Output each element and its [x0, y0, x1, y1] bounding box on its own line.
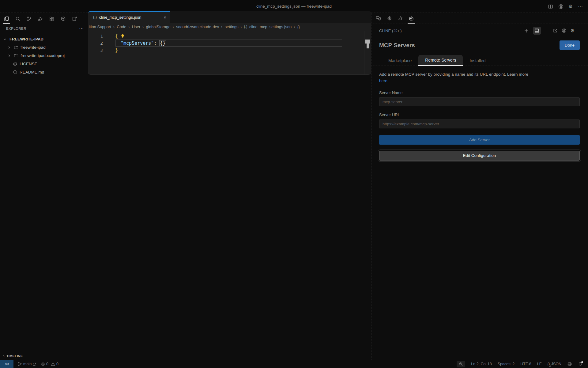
- claude-starburst-icon[interactable]: [386, 14, 393, 23]
- error-count: 0: [46, 362, 48, 366]
- new-task-plus-icon[interactable]: [524, 28, 529, 33]
- explorer-header: EXPLORER: [6, 27, 26, 30]
- comments-icon[interactable]: [375, 14, 382, 23]
- breadcrumb-segment[interactable]: cline_mcp_settings.json: [249, 25, 292, 29]
- explorer-sidebar: EXPLORER ⋯ FREEWRITE-IPAD freewrite-ipad…: [0, 25, 88, 360]
- code-area[interactable]: 1 { 2 "mcpServers" : {} 3 }: [88, 32, 371, 54]
- source-control-icon[interactable]: [25, 14, 33, 23]
- tab-cline-mcp-settings[interactable]: {..} cline_mcp_settings.json ×: [88, 11, 170, 23]
- remote-server-description: Add a remote MCP server by providing a n…: [379, 72, 528, 77]
- editor-pane: {..} cline_mcp_settings.json × ition Sup…: [88, 11, 371, 75]
- cline-panel-title: CLINE (⌘+'): [379, 28, 402, 33]
- notifications-bell-icon[interactable]: [578, 362, 582, 366]
- server-url-label: Server URL: [379, 112, 580, 117]
- mcp-servers-icon[interactable]: [533, 27, 541, 35]
- breadcrumb-segment[interactable]: {}: [297, 25, 300, 29]
- window-title: cline_mcp_settings.json — freewrite-ipad: [256, 4, 332, 9]
- tree-item-label: README.md: [20, 70, 44, 74]
- code-line: 3 }: [88, 47, 371, 54]
- json-file-icon: {..}: [244, 25, 247, 28]
- tab-remote-servers[interactable]: Remote Servers: [418, 55, 463, 66]
- breadcrumb-segment[interactable]: saoudrizwan.claude-dev: [176, 25, 219, 29]
- add-server-button[interactable]: Add Server: [379, 135, 580, 145]
- json-file-icon: {..}: [93, 15, 96, 19]
- eol-indicator[interactable]: LF: [537, 362, 542, 366]
- chevron-right-icon: [7, 46, 12, 49]
- done-button[interactable]: Done: [560, 40, 580, 50]
- problems-indicator[interactable]: 0 0: [41, 362, 58, 366]
- settings-gear-icon[interactable]: ⚙: [569, 4, 573, 9]
- code-token: "mcpServers": [121, 40, 154, 46]
- breadcrumb-segment[interactable]: settings: [225, 25, 239, 29]
- secondary-activity-bar: [371, 13, 588, 24]
- edit-configuration-button[interactable]: Edit Configuration: [379, 151, 580, 161]
- close-tab-icon[interactable]: ×: [164, 15, 166, 20]
- chevron-down-icon: [2, 37, 7, 41]
- account-icon[interactable]: [558, 4, 564, 9]
- open-external-icon[interactable]: [553, 28, 558, 33]
- cline-panel-header: CLINE (⌘+') ⚙: [371, 24, 588, 37]
- search-icon[interactable]: [14, 14, 21, 23]
- breadcrumb-separator: ›: [142, 25, 144, 29]
- notification-dot: [581, 361, 583, 363]
- minimap-marker: [365, 40, 370, 44]
- code-token: {: [115, 33, 118, 39]
- breadcrumb-segment[interactable]: globalStorage: [146, 25, 171, 29]
- explorer-more-actions-icon[interactable]: ⋯: [79, 26, 84, 31]
- settings-gear-icon[interactable]: ⚙: [571, 28, 575, 33]
- timeline-section[interactable]: › TIMELINE: [0, 352, 88, 360]
- extensions-icon[interactable]: [48, 14, 55, 23]
- json-braces-icon: {}: [547, 362, 550, 366]
- language-label: JSON: [551, 362, 561, 366]
- tab-label: cline_mcp_settings.json: [99, 15, 161, 20]
- tree-item-label: freewrite-ipad: [21, 45, 46, 50]
- tree-item-file[interactable]: README.md: [0, 68, 88, 76]
- more-actions-icon[interactable]: ⋯: [578, 4, 583, 9]
- git-branch-indicator[interactable]: main: [18, 362, 37, 366]
- kangaroo-icon[interactable]: [397, 14, 404, 23]
- chevron-right-icon: [7, 54, 12, 58]
- breadcrumb-separator: ›: [294, 25, 295, 29]
- language-mode-indicator[interactable]: {} JSON: [547, 362, 561, 366]
- breadcrumb-segment[interactable]: Code: [117, 25, 126, 29]
- breadcrumb-segment[interactable]: User: [132, 25, 140, 29]
- indentation-indicator[interactable]: Spaces: 2: [498, 362, 515, 366]
- learn-more-link[interactable]: here.: [379, 78, 389, 83]
- breadcrumb-segment[interactable]: ition Support: [89, 25, 111, 29]
- tree-item-folder[interactable]: freewrite-ipad.xcodeproj: [0, 51, 88, 60]
- lightbulb-icon[interactable]: [120, 34, 125, 38]
- server-url-input[interactable]: [379, 120, 580, 128]
- cline-robot-icon[interactable]: [408, 14, 415, 23]
- encoding-indicator[interactable]: UTF-8: [520, 362, 531, 366]
- breadcrumb[interactable]: ition Support › Code › User › globalStor…: [88, 23, 371, 31]
- folder-icon: [14, 53, 18, 58]
- package-cube-icon[interactable]: [59, 14, 67, 23]
- branch-name: main: [23, 362, 32, 366]
- tab-strip: {..} cline_mcp_settings.json ×: [88, 11, 371, 23]
- warning-count: 0: [56, 362, 58, 366]
- tree-item-file[interactable]: LICENSE: [0, 60, 88, 68]
- remote-indicator[interactable]: ><: [0, 360, 13, 368]
- law-scales-icon: [13, 62, 17, 66]
- server-name-input[interactable]: [379, 97, 580, 106]
- zoom-magnifier-icon[interactable]: [457, 361, 465, 367]
- tree-root-freewrite-ipad[interactable]: FREEWRITE-IPAD: [0, 35, 88, 43]
- info-circle-icon: [13, 70, 17, 74]
- copilot-icon[interactable]: [567, 362, 572, 366]
- tab-marketplace[interactable]: Marketplace: [382, 55, 418, 66]
- account-icon[interactable]: [562, 28, 567, 33]
- line-number: 2: [88, 41, 111, 46]
- warning-triangle-icon: [51, 362, 55, 366]
- split-editor-icon[interactable]: [548, 4, 553, 9]
- cursor-position[interactable]: Ln 2, Col 18: [471, 362, 492, 366]
- new-file-sparkle-icon[interactable]: [71, 14, 78, 23]
- tree-item-folder[interactable]: freewrite-ipad: [0, 43, 88, 51]
- code-token: :: [154, 40, 156, 46]
- minimap-marker: [367, 44, 369, 48]
- explorer-icon[interactable]: [3, 14, 10, 23]
- run-debug-icon[interactable]: [37, 14, 44, 23]
- breadcrumb-separator: ›: [241, 25, 242, 29]
- tab-installed[interactable]: Installed: [463, 55, 492, 66]
- timeline-label: TIMELINE: [6, 354, 23, 358]
- file-tree: FREEWRITE-IPAD freewrite-ipad freewrite-…: [0, 35, 88, 76]
